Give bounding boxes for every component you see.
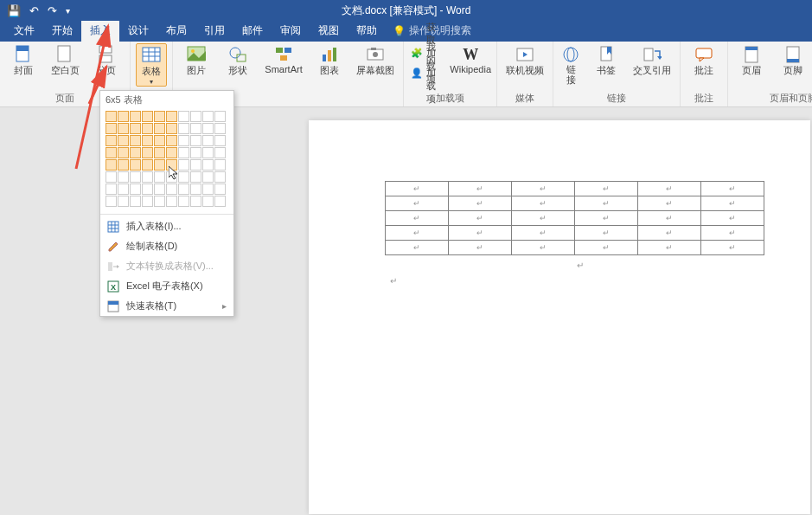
table-cell[interactable]: ↵ (512, 211, 575, 226)
grid-cell[interactable] (190, 183, 201, 195)
grid-cell[interactable] (142, 123, 153, 134)
grid-cell[interactable] (166, 196, 177, 207)
table-cell[interactable]: ↵ (386, 196, 449, 211)
grid-cell[interactable] (154, 196, 165, 207)
tab-design[interactable]: 设计 (119, 20, 157, 42)
tab-help[interactable]: 帮助 (348, 20, 386, 42)
link-button[interactable]: 链 接 (559, 43, 583, 85)
grid-cell[interactable] (202, 123, 214, 134)
grid-cell[interactable] (154, 111, 165, 122)
grid-cell[interactable] (142, 147, 153, 158)
grid-cell[interactable] (118, 135, 129, 146)
table-cell[interactable]: ↵ (701, 182, 764, 196)
grid-cell[interactable] (118, 196, 129, 207)
table-cell[interactable]: ↵ (638, 241, 701, 255)
grid-cell[interactable] (202, 159, 214, 171)
grid-cell[interactable] (142, 111, 153, 122)
grid-cell[interactable] (105, 171, 117, 183)
grid-cell[interactable] (118, 111, 129, 122)
grid-cell[interactable] (190, 123, 201, 134)
table-cell[interactable]: ↵ (449, 196, 512, 211)
grid-cell[interactable] (105, 135, 117, 146)
table-size-grid[interactable] (100, 109, 233, 212)
grid-cell[interactable] (166, 123, 177, 134)
table-cell[interactable]: ↵ (638, 196, 701, 211)
table-cell[interactable]: ↵ (701, 196, 764, 211)
tab-references[interactable]: 引用 (195, 20, 233, 42)
table-cell[interactable]: ↵ (512, 196, 575, 211)
tab-mailings[interactable]: 邮件 (233, 20, 272, 42)
table-cell[interactable]: ↵ (575, 211, 638, 226)
grid-cell[interactable] (214, 183, 226, 195)
grid-cell[interactable] (130, 159, 141, 171)
grid-cell[interactable] (190, 111, 201, 122)
grid-cell[interactable] (166, 111, 177, 122)
grid-cell[interactable] (166, 171, 177, 183)
grid-cell[interactable] (154, 183, 165, 195)
grid-cell[interactable] (105, 183, 117, 195)
grid-cell[interactable] (214, 135, 226, 146)
grid-cell[interactable] (154, 147, 165, 158)
grid-cell[interactable] (142, 135, 153, 146)
grid-cell[interactable] (214, 111, 226, 122)
grid-cell[interactable] (142, 171, 153, 183)
table-cell[interactable]: ↵ (386, 241, 449, 255)
grid-cell[interactable] (118, 159, 129, 171)
grid-cell[interactable] (105, 159, 117, 171)
grid-cell[interactable] (130, 123, 141, 134)
table-button[interactable]: 表格 ▾ (136, 43, 167, 87)
blank-page-button[interactable]: 空白页 (47, 43, 83, 77)
table-cell[interactable]: ↵ (638, 211, 701, 226)
chart-button[interactable]: 图表 (311, 43, 348, 77)
grid-cell[interactable] (154, 135, 165, 146)
table-cell[interactable]: ↵ (386, 182, 449, 196)
wikipedia-button[interactable]: W Wikipedia (450, 43, 491, 74)
grid-cell[interactable] (166, 147, 177, 158)
grid-cell[interactable] (130, 111, 141, 122)
page-break-button[interactable]: 分页 (88, 43, 125, 77)
table-cell[interactable]: ↵ (449, 241, 512, 255)
document-page[interactable]: ↵↵↵↵↵↵↵↵↵↵↵↵↵↵↵↵↵↵↵↵↵↵↵↵↵↵↵↵↵↵ ↵ ↵ (309, 120, 810, 514)
grid-cell[interactable] (178, 171, 189, 183)
table-cell[interactable]: ↵ (512, 182, 575, 196)
redo-icon[interactable]: ↷ (48, 4, 57, 17)
table-cell[interactable]: ↵ (575, 196, 638, 211)
table-cell[interactable]: ↵ (638, 182, 701, 196)
grid-cell[interactable] (178, 159, 189, 171)
grid-cell[interactable] (118, 123, 129, 134)
grid-cell[interactable] (178, 147, 189, 158)
pictures-button[interactable]: 图片 (178, 43, 214, 77)
tab-home[interactable]: 开始 (43, 20, 81, 42)
excel-sheet-item[interactable]: X Excel 电子表格(X) (100, 276, 233, 296)
grid-cell[interactable] (190, 196, 201, 207)
grid-cell[interactable] (118, 183, 129, 195)
grid-cell[interactable] (166, 159, 177, 171)
grid-cell[interactable] (142, 159, 153, 171)
online-video-button[interactable]: 联机视频 (502, 43, 547, 77)
grid-cell[interactable] (142, 196, 153, 207)
bookmark-button[interactable]: 书签 (588, 43, 624, 77)
my-addins-button[interactable]: 👤 我的加载项 (409, 63, 444, 82)
table-cell[interactable]: ↵ (386, 226, 449, 241)
grid-cell[interactable] (178, 135, 189, 146)
tab-insert[interactable]: 插入 (81, 20, 119, 42)
grid-cell[interactable] (202, 147, 214, 158)
grid-cell[interactable] (118, 147, 129, 158)
footer-button[interactable]: 页脚 (775, 43, 811, 77)
grid-cell[interactable] (105, 147, 117, 158)
grid-cell[interactable] (178, 123, 189, 134)
comment-button[interactable]: 批注 (686, 43, 722, 77)
grid-cell[interactable] (202, 196, 214, 207)
grid-cell[interactable] (130, 171, 141, 183)
table-cell[interactable]: ↵ (638, 226, 701, 241)
grid-cell[interactable] (130, 196, 141, 207)
grid-cell[interactable] (166, 135, 177, 146)
table-cell[interactable]: ↵ (386, 211, 449, 226)
document-table[interactable]: ↵↵↵↵↵↵↵↵↵↵↵↵↵↵↵↵↵↵↵↵↵↵↵↵↵↵↵↵↵↵ (385, 181, 764, 255)
tab-file[interactable]: 文件 (5, 20, 43, 42)
table-cell[interactable]: ↵ (449, 182, 512, 196)
table-cell[interactable]: ↵ (512, 226, 575, 241)
grid-cell[interactable] (166, 183, 177, 195)
grid-cell[interactable] (105, 123, 117, 134)
grid-cell[interactable] (142, 183, 153, 195)
